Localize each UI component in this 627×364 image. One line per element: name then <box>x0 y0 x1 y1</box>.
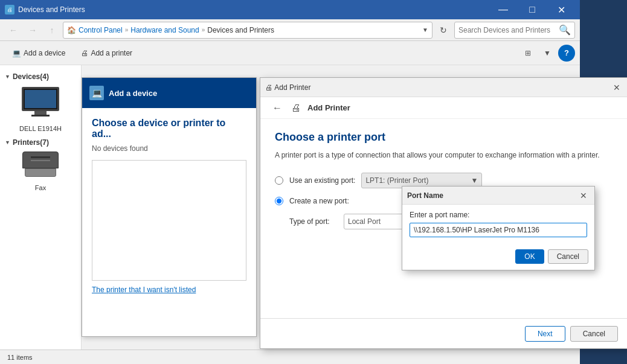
add-printer-button[interactable]: 🖨 Add a printer <box>74 43 140 63</box>
next-button[interactable]: Next <box>525 326 565 342</box>
wizard-not-listed-link[interactable]: The printer that I want isn't listed <box>92 286 246 294</box>
printers-count: (7) <box>40 138 49 147</box>
window-icon: 🖨 <box>5 5 14 14</box>
create-new-radio[interactable] <box>275 197 283 205</box>
breadcrumb-current: Devices and Printers <box>207 26 274 34</box>
use-existing-radio[interactable] <box>275 176 283 185</box>
port-cancel-button[interactable]: Cancel <box>548 249 588 264</box>
devices-chevron: ▼ <box>5 74 10 80</box>
close-button[interactable]: ✕ <box>547 0 575 19</box>
up-button[interactable]: ↑ <box>43 22 60 39</box>
printer-dialog-footer: Next Cancel <box>260 318 627 348</box>
printer-main-title: Choose a printer port <box>275 131 613 144</box>
printer-dialog-back[interactable]: ← <box>270 101 285 115</box>
status-bar: 11 items <box>0 350 580 364</box>
minimize-button[interactable]: — <box>489 0 517 19</box>
breadcrumb: 🏠 Control Panel » Hardware and Sound » D… <box>63 22 432 39</box>
breadcrumb-dropdown-icon[interactable]: ▼ <box>422 27 428 33</box>
printers-chevron: ▼ <box>5 139 10 145</box>
type-label: Type of port: <box>289 217 338 226</box>
forward-button[interactable]: → <box>24 22 41 39</box>
wizard-header: 💻 Add a device <box>82 78 256 108</box>
breadcrumb-control-panel[interactable]: Control Panel <box>79 26 123 34</box>
dropdown-arrow: ▼ <box>471 176 478 185</box>
maximize-button[interactable]: □ <box>518 0 546 19</box>
search-icon: 🔍 <box>559 24 571 36</box>
back-button[interactable]: ← <box>5 22 22 39</box>
add-device-button[interactable]: 💻 Add a device <box>5 43 72 63</box>
add-printer-icon: 🖨 <box>81 49 88 57</box>
printer-dialog-icon: 🖨 <box>265 83 272 92</box>
wizard-title: Add a device <box>109 89 157 98</box>
devices-count: (4) <box>40 72 49 81</box>
port-dialog-footer: OK Cancel <box>402 249 594 270</box>
address-bar: ← → ↑ 🏠 Control Panel » Hardware and Sou… <box>0 19 580 41</box>
devices-section-header[interactable]: ▼ Devices (4) <box>0 70 81 83</box>
printer-nav-title: Add Printer <box>307 103 350 112</box>
wizard-content: Choose a device or printer to ad... No d… <box>82 108 256 336</box>
help-button[interactable]: ? <box>558 45 575 62</box>
breadcrumb-hardware-sound[interactable]: Hardware and Sound <box>130 26 199 34</box>
printer-dialog-titlebar: 🖨 Add Printer ✕ <box>260 78 627 97</box>
port-name-input[interactable] <box>410 223 587 237</box>
port-ok-button[interactable]: OK <box>515 249 544 264</box>
add-device-wizard: 💻 Add a device Choose a device or printe… <box>82 77 257 337</box>
printer-nav-icon: 🖨 <box>289 101 303 115</box>
cancel-printer-button[interactable]: Cancel <box>570 326 618 342</box>
toolbar-right: ⊞ ▼ ? <box>519 45 575 62</box>
fax-label: Fax <box>35 184 46 191</box>
port-title-bar: Port Name ✕ <box>402 187 594 205</box>
printer-description: A printer port is a type of connection t… <box>275 150 613 161</box>
left-panel: ▼ Devices (4) DELL E1914H ▼ Printers (7) <box>0 65 82 350</box>
create-new-label: Create a new port: <box>289 197 349 205</box>
monitor-label: DELL E1914H <box>19 125 62 132</box>
window-title: Devices and Printers <box>18 5 489 14</box>
port-name-label: Enter a port name: <box>410 211 587 219</box>
wizard-heading: Choose a device or printer to ad... <box>92 118 246 139</box>
use-existing-label: Use an existing port: <box>289 176 355 185</box>
wizard-icon: 💻 <box>89 86 104 100</box>
port-dialog-close[interactable]: ✕ <box>577 190 590 202</box>
devices-label: Devices <box>13 72 40 81</box>
printer-dialog-nav: ← 🖨 Add Printer <box>260 97 627 119</box>
add-device-icon: 💻 <box>12 49 21 57</box>
refresh-button[interactable]: ↻ <box>435 22 452 39</box>
device-item-monitor[interactable]: DELL E1914H <box>0 83 81 136</box>
item-count: 11 items <box>7 354 33 361</box>
search-box[interactable]: 🔍 <box>454 22 575 39</box>
printers-section-header[interactable]: ▼ Printers (7) <box>0 136 81 149</box>
port-dialog-body: Enter a port name: <box>402 205 594 249</box>
title-bar: 🖨 Devices and Printers — □ ✕ <box>0 0 580 19</box>
printer-dialog-title: Add Printer <box>274 83 310 92</box>
printer-dialog-close[interactable]: ✕ <box>611 81 623 94</box>
breadcrumb-home-icon: 🏠 <box>67 26 76 34</box>
view-toggle-button[interactable]: ⊞ <box>519 45 536 62</box>
wizard-device-list <box>92 160 246 281</box>
window-controls: — □ ✕ <box>489 0 575 19</box>
printers-label: Printers <box>13 138 40 147</box>
search-input[interactable] <box>458 26 556 34</box>
toolbar: 💻 Add a device 🖨 Add a printer ⊞ ▼ ? <box>0 41 580 65</box>
port-dialog-title: Port Name <box>407 191 443 200</box>
device-item-fax[interactable]: Fax <box>0 149 81 194</box>
view-dropdown-button[interactable]: ▼ <box>539 45 556 62</box>
port-name-dialog: Port Name ✕ Enter a port name: OK Cancel <box>402 186 595 270</box>
wizard-subtext: No devices found <box>92 144 246 153</box>
